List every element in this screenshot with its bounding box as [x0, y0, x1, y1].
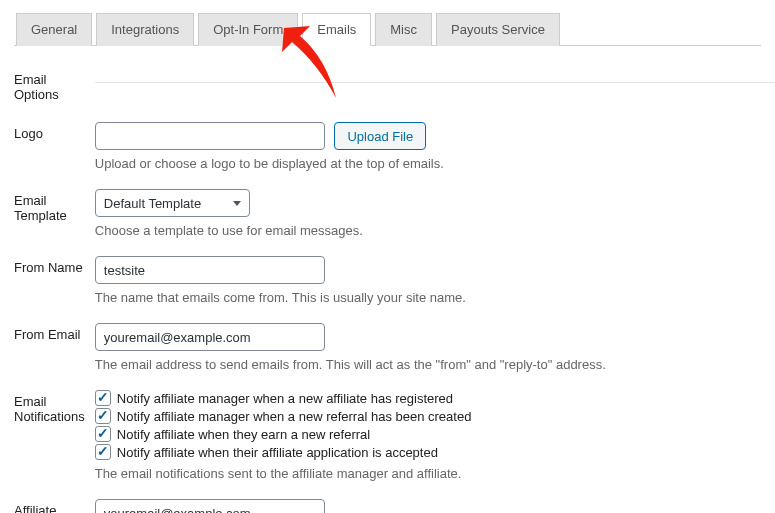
tab-integrations[interactable]: Integrations: [96, 13, 194, 46]
tab-payouts-service[interactable]: Payouts Service: [436, 13, 560, 46]
notify-affiliate-earn-referral-checkbox[interactable]: [95, 426, 111, 442]
notify-affiliate-earn-referral-label: Notify affiliate when they earn a new re…: [117, 427, 370, 442]
logo-input[interactable]: [95, 122, 325, 150]
tab-misc[interactable]: Misc: [375, 13, 432, 46]
email-notifications-label: Email Notifications: [14, 376, 95, 485]
from-name-input[interactable]: [95, 256, 325, 284]
tabs-nav: General Integrations Opt-In Form Emails …: [14, 12, 761, 46]
email-template-select[interactable]: Default Template: [95, 189, 250, 217]
settings-form: Email Options Logo Upload File Upload or…: [14, 54, 775, 513]
affiliate-manager-email-label: Affiliate Manager Email: [14, 485, 95, 513]
logo-description: Upload or choose a logo to be displayed …: [95, 156, 775, 171]
notify-manager-new-referral-checkbox[interactable]: [95, 408, 111, 424]
email-template-description: Choose a template to use for email messa…: [95, 223, 775, 238]
from-email-description: The email address to send emails from. T…: [95, 357, 775, 372]
section-divider: [95, 82, 775, 83]
notify-affiliate-application-accepted-label: Notify affiliate when their affiliate ap…: [117, 445, 438, 460]
affiliate-manager-email-input[interactable]: [95, 499, 325, 513]
notify-affiliate-application-accepted-checkbox[interactable]: [95, 444, 111, 460]
notify-manager-new-affiliate-label: Notify affiliate manager when a new affi…: [117, 391, 453, 406]
tab-opt-in-form[interactable]: Opt-In Form: [198, 13, 298, 46]
logo-label: Logo: [14, 108, 95, 175]
tab-general[interactable]: General: [16, 13, 92, 46]
from-name-label: From Name: [14, 242, 95, 309]
email-notifications-description: The email notifications sent to the affi…: [95, 466, 775, 481]
from-email-label: From Email: [14, 309, 95, 376]
email-template-label: Email Template: [14, 175, 95, 242]
upload-file-button[interactable]: Upload File: [334, 122, 426, 150]
notify-manager-new-affiliate-checkbox[interactable]: [95, 390, 111, 406]
section-heading-email-options: Email Options: [14, 54, 95, 108]
from-email-input[interactable]: [95, 323, 325, 351]
notify-manager-new-referral-label: Notify affiliate manager when a new refe…: [117, 409, 472, 424]
from-name-description: The name that emails come from. This is …: [95, 290, 775, 305]
tab-emails[interactable]: Emails: [302, 13, 371, 46]
